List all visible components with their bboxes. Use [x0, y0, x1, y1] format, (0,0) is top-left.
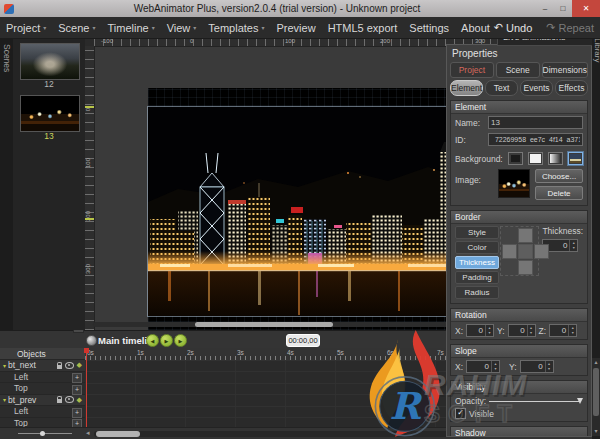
menu-html5-export[interactable]: HTML5 export: [322, 22, 404, 34]
tab-effects[interactable]: Effects: [555, 80, 588, 96]
tab-element[interactable]: Element: [450, 80, 483, 96]
horizontal-ruler: -100 0 100 200 300: [94, 38, 497, 47]
keyframe-diamond-icon[interactable]: ◆: [77, 361, 82, 369]
background-image-button[interactable]: [568, 152, 583, 165]
skip-to-end-button[interactable]: ▶: [174, 334, 187, 347]
menu-view[interactable]: View ▾: [161, 22, 203, 34]
border-style-button[interactable]: Style: [455, 226, 499, 239]
timeline-row-left[interactable]: Left +: [0, 372, 85, 384]
add-keyframe-button[interactable]: +: [72, 373, 82, 383]
scroll-down-icon[interactable]: ▾: [592, 427, 600, 436]
eye-icon[interactable]: [65, 362, 74, 369]
tab-project[interactable]: Project: [450, 62, 494, 78]
border-top-cell: [518, 228, 533, 243]
scene-label-12: 12: [13, 79, 85, 89]
lock-icon[interactable]: [57, 365, 62, 369]
rotation-x-spinner[interactable]: 0 ▴▾: [466, 324, 494, 337]
menu-about[interactable]: About: [455, 22, 496, 34]
lock-icon[interactable]: [57, 399, 62, 403]
opacity-slider[interactable]: [489, 397, 583, 406]
id-input[interactable]: [488, 133, 583, 146]
border-padding-button[interactable]: Padding: [455, 271, 499, 284]
rotation-y-spinner[interactable]: 0 ▴▾: [508, 324, 536, 337]
scenes-tab[interactable]: Scenes: [0, 38, 13, 330]
menu-settings[interactable]: Settings: [403, 22, 455, 34]
rotation-section: Rotation X: 0 ▴▾ Y: 0 ▴▾ Z: 0 ▴▾: [450, 308, 588, 340]
rotation-x-label: X:: [455, 326, 463, 336]
title-bar: WebAnimator Plus, version2.0.4 (trial ve…: [0, 0, 600, 17]
tab-scene[interactable]: Scene: [496, 62, 540, 78]
border-sides-selector[interactable]: [502, 228, 537, 274]
playhead[interactable]: [86, 348, 87, 429]
border-color-button[interactable]: Color: [455, 241, 499, 254]
slope-x-spinner[interactable]: 0 ▴▾: [466, 360, 500, 373]
name-input[interactable]: [488, 116, 583, 129]
choose-image-button[interactable]: Choose...: [535, 169, 583, 183]
tab-events[interactable]: Events: [520, 80, 553, 96]
slope-x-label: X:: [455, 362, 463, 372]
opacity-slider-thumb[interactable]: [577, 398, 583, 404]
timeline-row-bt_prev[interactable]: ▾ bt_prev ◆: [0, 395, 85, 407]
timeline-zoom-slider[interactable]: [18, 433, 72, 434]
timeline-row-left[interactable]: Left +: [0, 406, 85, 418]
minimize-button[interactable]: –: [536, 0, 554, 17]
add-keyframe-button[interactable]: +: [72, 385, 82, 395]
background-solid-button[interactable]: [528, 152, 543, 165]
maximize-button[interactable]: □: [554, 0, 572, 17]
slope-section: Slope X: 0 ▴▾ Y: 0 ▴▾: [450, 344, 588, 376]
chevron-down-icon: ▾: [92, 24, 95, 31]
background-none-button[interactable]: [508, 152, 523, 165]
add-keyframe-button[interactable]: +: [72, 408, 82, 418]
selected-image-element[interactable]: [148, 107, 497, 316]
menu-project[interactable]: Project ▾: [0, 22, 52, 34]
collapse-icon[interactable]: ▾: [3, 396, 6, 403]
city-skyline-image: [148, 107, 497, 316]
timeline-scrollbar-thumb[interactable]: [96, 431, 140, 437]
background-gradient-button[interactable]: [548, 152, 563, 165]
spinner-down-icon: ▾: [570, 245, 577, 250]
properties-scrollbar[interactable]: ▴ ▾: [592, 358, 600, 436]
border-bottom-cell: [518, 260, 533, 275]
properties-scrollbar-thumb[interactable]: [593, 368, 599, 416]
play-button[interactable]: ▶: [160, 334, 173, 347]
visible-checkbox[interactable]: ✓: [455, 408, 466, 419]
menu-preview[interactable]: Preview: [271, 22, 322, 34]
canvas-horizontal-scrollbar[interactable]: [93, 322, 495, 327]
canvas-scrollbar-thumb[interactable]: [195, 322, 333, 327]
scroll-up-icon[interactable]: ▴: [592, 358, 600, 367]
element-section: Element Name: ID: Background: Image: Cho…: [450, 100, 588, 206]
play-icon: ▶: [165, 338, 169, 344]
timeline-row-bt_next[interactable]: ▾ bt_next ◆: [0, 360, 85, 372]
eye-icon[interactable]: [65, 396, 74, 403]
skip-to-start-button[interactable]: ◀: [146, 334, 159, 347]
rotation-z-spinner[interactable]: 0 ▴▾: [549, 324, 577, 337]
collapse-icon[interactable]: ▾: [3, 362, 6, 369]
timeline-zoom-thumb[interactable]: [40, 431, 45, 436]
menu-timeline[interactable]: Timeline ▾: [101, 22, 160, 34]
close-button[interactable]: ✕: [572, 0, 600, 17]
border-thickness-button[interactable]: Thickness: [455, 256, 499, 269]
menu-scene[interactable]: Scene ▾: [52, 22, 101, 34]
timeline-row-top[interactable]: Top +: [0, 383, 85, 395]
keyframe-diamond-icon[interactable]: ◆: [77, 396, 82, 404]
scene-thumbnail-12[interactable]: [20, 43, 80, 80]
skip-forward-icon: ▶: [179, 338, 183, 344]
tab-text[interactable]: Text: [485, 80, 518, 96]
tab-dimensions[interactable]: Dimensions: [542, 62, 588, 78]
id-label: ID:: [455, 135, 485, 145]
undo-button[interactable]: ↶ Undo: [494, 21, 533, 34]
visibility-section: Visibility Opacity: ✓ Visible: [450, 380, 588, 422]
scene-thumbnail-13[interactable]: [20, 95, 80, 132]
slope-y-spinner[interactable]: 0 ▴▾: [520, 360, 554, 373]
delete-image-button[interactable]: Delete: [535, 186, 583, 200]
scroll-left-icon[interactable]: ◂: [86, 429, 90, 437]
repeat-button[interactable]: ↷ Repeat: [546, 21, 594, 34]
rotation-z-label: Z:: [539, 326, 547, 336]
redo-icon: ↷: [546, 21, 555, 34]
current-time-display: 00:00,00: [286, 334, 320, 347]
ruler-marker: [85, 218, 94, 220]
border-radius-button[interactable]: Radius: [455, 286, 499, 299]
vertical-ruler: 0 100 200 300: [85, 46, 95, 330]
menu-templates[interactable]: Templates ▾: [202, 22, 270, 34]
stage[interactable]: [148, 88, 497, 330]
